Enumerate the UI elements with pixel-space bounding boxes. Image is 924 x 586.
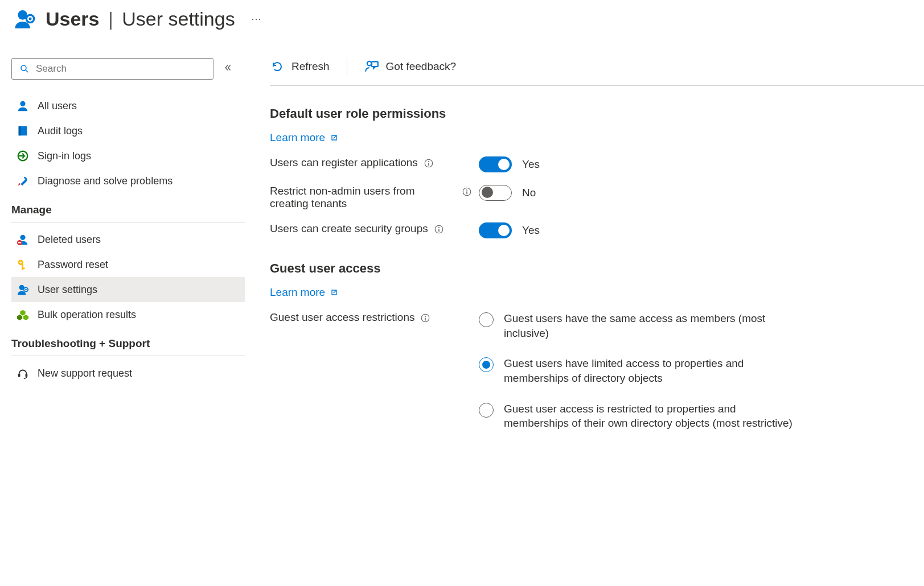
section-heading: Default user role permissions (270, 106, 924, 121)
section-heading: Guest user access (270, 261, 924, 276)
external-link-icon (330, 133, 339, 142)
refresh-button[interactable]: Refresh (270, 59, 330, 74)
info-icon[interactable] (424, 158, 434, 168)
divider (11, 356, 245, 356)
setting-row: Users can register applicationsYes (270, 156, 924, 172)
sidebar-item-label: Diagnose and solve problems (38, 175, 173, 187)
search-input[interactable] (36, 63, 207, 75)
collapse-sidebar-icon[interactable] (223, 63, 233, 76)
feedback-label: Got feedback? (386, 60, 457, 73)
info-icon[interactable] (420, 313, 430, 323)
user-del-icon (16, 233, 30, 246)
sidebar-item[interactable]: Bulk operation results (11, 302, 245, 327)
toolbar-divider (347, 58, 347, 75)
sidebar-item-label: New support request (38, 368, 132, 379)
search-input-wrapper[interactable] (11, 58, 213, 80)
page-title-sep: | (108, 8, 113, 30)
radio-group: Guest users have the same access as memb… (479, 311, 924, 431)
radio-label: Guest users have limited access to prope… (504, 356, 800, 385)
toggle-value: No (522, 187, 536, 199)
sidebar-item[interactable]: User settings (11, 277, 245, 302)
setting-label: Guest user access restrictions (270, 311, 414, 324)
setting-row: Users can create security groupsYes (270, 222, 924, 238)
users-gear-icon (11, 6, 38, 32)
learn-more-label: Learn more (270, 131, 325, 144)
sidebar-item[interactable]: Deleted users (11, 227, 245, 252)
radio-option[interactable]: Guest users have the same access as memb… (479, 311, 924, 340)
page-title-sub: User settings (122, 8, 235, 30)
info-icon[interactable] (434, 224, 444, 234)
page-title-strong: Users (46, 8, 100, 30)
divider (11, 222, 245, 222)
toggle[interactable] (479, 185, 512, 201)
section-default-permissions: Default user role permissions Learn more… (270, 106, 924, 238)
sidebar-item-label: Sign-in logs (38, 150, 91, 162)
sidebar-item-label: User settings (38, 284, 97, 296)
cubes-icon (16, 308, 30, 321)
radio-option[interactable]: Guest users have limited access to prope… (479, 356, 924, 385)
sidebar-item-label: Bulk operation results (38, 309, 136, 321)
feedback-button[interactable]: Got feedback? (364, 59, 457, 74)
toggle-value: Yes (522, 224, 540, 237)
signin-icon (16, 149, 30, 163)
section-guest-access: Guest user access Learn more Guest user … (270, 261, 924, 431)
setting-label: Users can create security groups (270, 222, 428, 235)
sidebar-section-heading: Troubleshooting + Support (11, 337, 245, 350)
page-title: Users | User settings (46, 9, 235, 28)
sidebar-item[interactable]: Password reset (11, 252, 245, 277)
guest-restrictions-row: Guest user access restrictions Guest use… (270, 311, 924, 431)
sidebar-item[interactable]: Audit logs (11, 118, 245, 143)
sidebar-item-label: Password reset (38, 259, 108, 271)
page-header: Users | User settings ⋯ (0, 0, 924, 32)
sidebar-item-label: All users (38, 100, 77, 112)
toggle[interactable] (479, 156, 512, 172)
more-icon[interactable]: ⋯ (251, 13, 261, 25)
radio-icon (479, 403, 494, 418)
learn-more-label: Learn more (270, 286, 325, 299)
radio-label: Guest user access is restricted to prope… (504, 402, 800, 431)
learn-more-link[interactable]: Learn more (270, 131, 339, 144)
learn-more-link[interactable]: Learn more (270, 286, 339, 299)
setting-row: Restrict non-admin users from creating t… (270, 185, 924, 210)
external-link-icon (330, 288, 339, 297)
wrench-icon (16, 174, 30, 188)
feedback-icon (364, 59, 379, 74)
refresh-label: Refresh (291, 60, 330, 73)
radio-icon (479, 357, 494, 372)
info-icon[interactable] (462, 187, 472, 197)
radio-option[interactable]: Guest user access is restricted to prope… (479, 402, 924, 431)
sidebar-item-label: Deleted users (38, 234, 101, 246)
user-gear-icon (16, 283, 30, 296)
sidebar-section-heading: Manage (11, 204, 245, 216)
main-content: Refresh Got feedback? Default user role … (245, 58, 924, 453)
sidebar-item[interactable]: New support request (11, 361, 245, 386)
toolbar: Refresh Got feedback? (270, 58, 924, 86)
radio-label: Guest users have the same access as memb… (504, 311, 800, 340)
sidebar-item[interactable]: Diagnose and solve problems (11, 168, 245, 193)
toggle[interactable] (479, 222, 512, 238)
setting-label: Users can register applications (270, 156, 418, 169)
sidebar: All usersAudit logsSign-in logsDiagnose … (0, 58, 245, 453)
search-icon (18, 62, 31, 76)
sidebar-item[interactable]: All users (11, 93, 245, 118)
radio-icon (479, 312, 494, 327)
key-icon (16, 258, 30, 271)
book-icon (16, 124, 30, 138)
headset-icon (16, 366, 30, 380)
sidebar-item[interactable]: Sign-in logs (11, 143, 245, 168)
toggle-value: Yes (522, 158, 540, 171)
user-icon (16, 99, 30, 113)
refresh-icon (270, 59, 285, 74)
setting-label: Restrict non-admin users from creating t… (270, 185, 456, 210)
sidebar-item-label: Audit logs (38, 125, 83, 137)
